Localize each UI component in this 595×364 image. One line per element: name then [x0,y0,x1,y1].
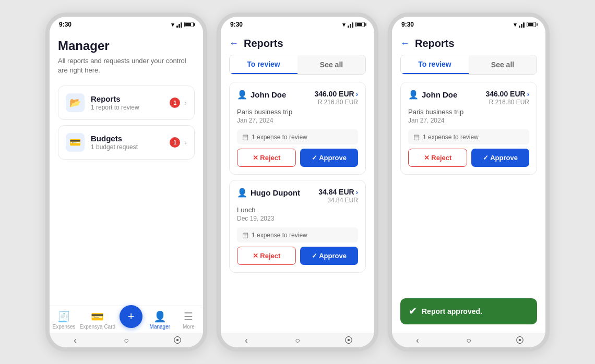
approve-button-1[interactable]: ✓ Approve [300,149,358,167]
success-toast: ✔ Report approved. [400,298,537,324]
menu-item-budgets[interactable]: 💳 Budgets 1 budget request 1 › [58,125,195,160]
action-btns-3: ✕ Reject ✓ Approve [408,149,529,167]
recents-hw-btn-3[interactable]: ⦿ [513,336,527,345]
reports-header-3: ← Reports [392,30,545,55]
amount-chevron-1: › [356,90,358,98]
amount-chevron-2: › [356,188,358,196]
tab-bar-3: To review See all [400,55,537,75]
card-nav-label: Expensya Card [80,324,115,330]
back-button-3[interactable]: ← [400,38,410,49]
expense-info-1: ▤ 1 expense to review [237,129,358,144]
report-date-2: Dec 19, 2023 [237,215,358,222]
nav-manager[interactable]: 👤 Manager [147,310,173,330]
expense-info-2: ▤ 1 expense to review [237,227,358,242]
reports-title-2: Reports [244,38,283,50]
wifi-icon: ▾ [171,21,174,28]
action-btns-2: ✕ Reject ✓ Approve [237,247,358,265]
tab-see-all-3[interactable]: See all [469,55,537,74]
status-icons-2: ▾ [342,21,365,28]
reject-button-3[interactable]: ✕ Reject [408,149,467,167]
menu-item-left-reports: 📂 Reports 1 report to review [66,93,139,112]
tab-see-all-2[interactable]: See all [298,55,365,74]
tab-to-review-3[interactable]: To review [401,55,469,74]
nav-add[interactable]: + [118,312,144,328]
status-icons-1: ▾ [171,21,194,28]
phone-1-content: Manager All reports and requests under y… [50,30,203,333]
reports-right: 1 › [170,98,187,108]
back-hw-btn-3[interactable]: ‹ [410,336,425,345]
report-card-hugo-dupont: 👤 Hugo Dupont 34.84 EUR › 34.84 EUR Lunc… [229,180,366,273]
nav-more[interactable]: ☰ More [175,310,201,330]
menu-list: 📂 Reports 1 report to review 1 › 💳 Budge… [50,79,203,166]
back-button-2[interactable]: ← [229,38,239,49]
signal-icon [176,21,182,28]
phone-bar-3: ‹ ○ ⦿ [392,333,545,347]
status-bar-3: 9:30 ▾ [392,17,545,30]
report-card-john-doe-3: 👤 John Doe 346.00 EUR › R 216.80 EUR Par… [400,82,537,175]
expense-icon-2: ▤ [242,231,248,239]
more-nav-icon: ☰ [184,310,193,323]
recents-hw-btn-2[interactable]: ⦿ [341,336,356,345]
phone-2-content: ← Reports To review See all 👤 John Doe 3… [221,30,374,333]
amount-sub-3: R 216.80 EUR [485,99,529,106]
manager-title: Manager [58,39,195,53]
tab-bar-2: To review See all [229,55,366,75]
reject-button-2[interactable]: ✕ Reject [237,247,296,265]
nav-expenses[interactable]: 🧾 Expenses [51,310,77,330]
nav-expensya-card[interactable]: 💳 Expensya Card [80,310,115,330]
expense-icon-3: ▤ [413,133,420,141]
card-nav-icon: 💳 [91,310,104,323]
home-hw-btn[interactable]: ○ [119,336,134,345]
report-card-top-3: 👤 John Doe 346.00 EUR › R 216.80 EUR [408,90,529,106]
report-card-top-2: 👤 Hugo Dupont 34.84 EUR › 34.84 EUR [237,188,358,204]
menu-item-reports[interactable]: 📂 Reports 1 report to review 1 › [58,86,195,120]
phone-3: 9:30 ▾ ← Reports To review See all [388,13,550,351]
time-2: 9:30 [230,21,243,28]
approve-button-3[interactable]: ✓ Approve [471,149,529,167]
reject-button-1[interactable]: ✕ Reject [237,149,296,167]
user-john-doe: 👤 John Doe [237,90,286,100]
time-1: 9:30 [59,21,72,28]
amount-1: 346.00 EUR › [314,90,358,98]
reports-list-2: 👤 John Doe 346.00 EUR › R 216.80 EUR Par… [221,82,374,273]
budgets-chevron: › [184,138,187,147]
battery-icon-2 [355,22,365,27]
back-hw-btn[interactable]: ‹ [68,336,82,345]
approve-button-2[interactable]: ✓ Approve [300,247,358,265]
expense-info-3: ▤ 1 expense to review [408,129,529,144]
phone-bar-1: ‹ ○ ⦿ [50,333,203,347]
add-fab[interactable]: + [120,305,142,328]
manager-nav-icon: 👤 [153,310,166,323]
time-3: 9:30 [401,21,414,28]
phone-2: 9:30 ▾ ← Reports To review See all [217,13,378,351]
status-bar-2: 9:30 ▾ [221,17,374,30]
user-icon-1: 👤 [237,90,247,100]
phone-1: 9:30 ▾ Manager All reports and requests … [45,13,207,351]
report-date-1: Jan 27, 2024 [237,117,358,124]
amount-sub-2: 34.84 EUR [318,197,358,204]
user-hugo-dupont: 👤 Hugo Dupont [237,188,300,198]
reports-list-3: 👤 John Doe 346.00 EUR › R 216.80 EUR Par… [392,82,545,175]
recents-hw-btn[interactable]: ⦿ [170,336,185,345]
reports-icon: 📂 [66,93,85,112]
manager-nav-label: Manager [150,324,170,330]
reports-sub: 1 report to review [91,104,139,111]
reports-chevron: › [184,99,187,107]
trip-name-1: Paris business trip [237,108,358,116]
user-icon-3: 👤 [408,90,419,100]
reports-text: Reports 1 report to review [91,94,139,111]
user-john-doe-3: 👤 John Doe [408,90,457,100]
tab-to-review-2[interactable]: To review [230,55,298,74]
home-hw-btn-2[interactable]: ○ [290,336,305,345]
budgets-right: 1 › [170,137,187,148]
amount-sub-1: R 216.80 EUR [314,99,358,106]
home-hw-btn-3[interactable]: ○ [461,336,476,345]
manager-subtitle: All reports and requests under your cont… [58,56,195,75]
manager-header: Manager All reports and requests under y… [50,30,203,79]
reports-header-2: ← Reports [221,30,374,55]
report-date-3: Jan 27, 2024 [408,117,529,124]
back-hw-btn-2[interactable]: ‹ [239,336,254,345]
menu-item-left-budgets: 💳 Budgets 1 budget request [66,133,138,152]
status-icons-3: ▾ [514,21,536,28]
more-nav-label: More [183,324,195,330]
